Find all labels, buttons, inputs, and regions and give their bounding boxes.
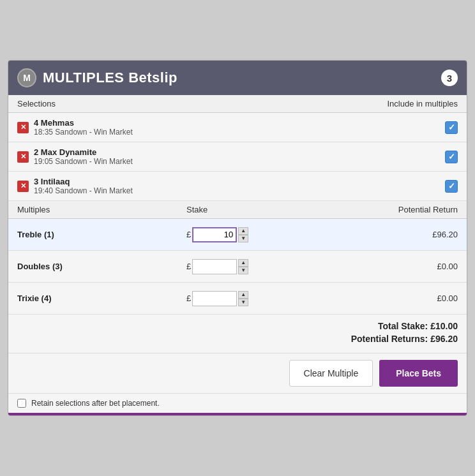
- trixie-currency: £: [186, 294, 191, 303]
- betslip-title: MULTIPLES Betslip: [43, 70, 177, 86]
- doubles-spinner-down[interactable]: ▼: [238, 267, 248, 274]
- multiples-col2-label: Stake: [186, 205, 289, 214]
- trixie-return: £0.00: [289, 294, 458, 303]
- selection-1-name: 4 Mehmas: [34, 118, 133, 128]
- doubles-return: £0.00: [289, 262, 458, 271]
- selection-1-include-checkbox[interactable]: [445, 121, 458, 134]
- selection-3-name: 3 Intilaaq: [34, 177, 133, 186]
- m-logo-icon: M: [17, 68, 36, 87]
- selection-1-details: 18:35 Sandown - Win Market: [34, 128, 133, 137]
- selections-col1-label: Selections: [17, 99, 56, 108]
- treble-label: Treble (1): [17, 230, 186, 239]
- trixie-spinner-down[interactable]: ▼: [238, 299, 248, 306]
- betslip-header: M MULTIPLES Betslip 3: [8, 61, 467, 95]
- treble-spinner-up[interactable]: ▲: [238, 227, 248, 235]
- clear-multiple-button[interactable]: Clear Multiple: [289, 360, 373, 387]
- selection-row: ✕ 3 Intilaaq 19:40 Sandown - Win Market: [8, 172, 467, 201]
- selection-3-include-checkbox[interactable]: [445, 180, 458, 193]
- retain-checkbox[interactable]: [17, 399, 26, 408]
- trixie-row: Trixie (4) £ ▲ ▼ £0.00: [8, 283, 467, 315]
- total-stake: Total Stake: £10.00: [17, 321, 458, 331]
- selection-row: ✕ 2 Max Dynamite 19:05 Sandown - Win Mar…: [8, 142, 467, 172]
- doubles-currency: £: [186, 262, 191, 271]
- selection-3-details: 19:40 Sandown - Win Market: [34, 186, 133, 195]
- treble-spinner[interactable]: ▲ ▼: [238, 227, 248, 242]
- remove-selection-1-button[interactable]: ✕: [17, 122, 29, 133]
- selections-col2-label: Include in multiples: [387, 99, 458, 108]
- selection-2-include-checkbox[interactable]: [445, 151, 458, 163]
- treble-stake-input[interactable]: [192, 227, 237, 242]
- retain-label: Retain selections after bet placement.: [31, 399, 160, 408]
- doubles-stake-input[interactable]: [192, 259, 237, 274]
- remove-selection-3-button[interactable]: ✕: [17, 181, 29, 192]
- trixie-label: Trixie (4): [17, 294, 186, 303]
- multiples-col3-label: Potential Return: [289, 205, 458, 214]
- multiples-header: Multiples Stake Potential Return: [8, 201, 467, 219]
- actions-section: Clear Multiple Place Bets: [8, 353, 467, 394]
- treble-spinner-down[interactable]: ▼: [238, 235, 248, 242]
- remove-selection-2-button[interactable]: ✕: [17, 151, 29, 163]
- totals-section: Total Stake: £10.00 Potential Returns: £…: [8, 315, 467, 353]
- potential-returns: Potential Returns: £96.20: [17, 334, 458, 344]
- retain-section: Retain selections after bet placement.: [8, 394, 467, 413]
- selections-header: Selections Include in multiples: [8, 95, 467, 113]
- multiples-col1-label: Multiples: [17, 205, 186, 214]
- treble-currency: £: [186, 230, 191, 239]
- trixie-spinner[interactable]: ▲ ▼: [238, 291, 248, 306]
- bottom-bar: [8, 413, 467, 415]
- treble-row: Treble (1) £ ▲ ▼ £96.20: [8, 219, 467, 251]
- doubles-spinner-up[interactable]: ▲: [238, 259, 248, 267]
- doubles-label: Doubles (3): [17, 262, 186, 271]
- selection-row: ✕ 4 Mehmas 18:35 Sandown - Win Market: [8, 113, 467, 142]
- doubles-row: Doubles (3) £ ▲ ▼ £0.00: [8, 251, 467, 283]
- place-bets-button[interactable]: Place Bets: [379, 360, 458, 387]
- trixie-stake-input[interactable]: [192, 291, 237, 306]
- count-badge: 3: [441, 70, 458, 86]
- selection-2-details: 19:05 Sandown - Win Market: [34, 157, 133, 166]
- selection-2-name: 2 Max Dynamite: [34, 147, 133, 157]
- doubles-spinner[interactable]: ▲ ▼: [238, 259, 248, 274]
- treble-return: £96.20: [289, 230, 458, 239]
- trixie-spinner-up[interactable]: ▲: [238, 291, 248, 299]
